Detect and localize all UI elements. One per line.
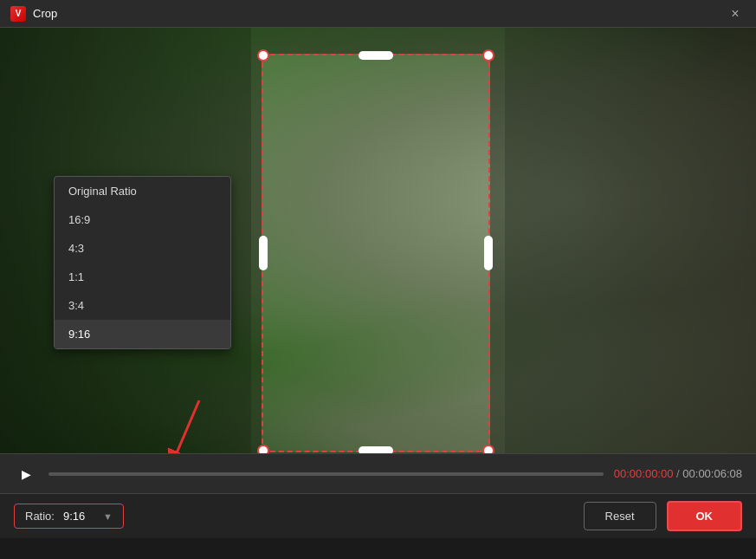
time-display: 00:00:00:00 / 00:00:06:08	[614, 467, 742, 480]
timeline[interactable]	[48, 472, 604, 476]
title-bar-left: V Crop	[10, 6, 57, 22]
action-buttons: Reset OK	[584, 501, 742, 531]
chevron-down-icon: ▼	[103, 511, 113, 522]
video-area: Original Ratio 16:9 4:3 1:1 3:4 9:16	[0, 28, 756, 453]
crop-frame[interactable]	[262, 54, 490, 452]
ratio-section[interactable]: Ratio: 9:16 ▼	[14, 504, 124, 529]
dropdown-item-4-3[interactable]: 4:3	[55, 234, 230, 263]
handle-top-center[interactable]	[359, 51, 393, 60]
ratio-dropdown-menu[interactable]: Original Ratio 16:9 4:3 1:1 3:4 9:16	[54, 176, 231, 349]
handle-middle-left[interactable]	[259, 236, 268, 270]
ratio-value: 9:16	[63, 510, 98, 523]
handle-bottom-right[interactable]	[482, 445, 494, 453]
bottom-bar: Ratio: 9:16 ▼ Reset OK	[0, 493, 756, 538]
close-button[interactable]: ×	[725, 3, 746, 24]
ok-button[interactable]: OK	[667, 501, 743, 531]
handle-top-left[interactable]	[257, 49, 269, 62]
handle-bottom-left[interactable]	[257, 445, 269, 453]
ratio-label: Ratio:	[25, 510, 55, 523]
play-button[interactable]: ▶	[14, 462, 38, 486]
time-current: 00:00:00:00	[614, 467, 674, 480]
reset-button[interactable]: Reset	[584, 502, 656, 530]
title-bar: V Crop ×	[0, 0, 756, 28]
window-title: Crop	[33, 7, 57, 20]
ratio-select[interactable]: 9:16 ▼	[63, 510, 113, 523]
right-dark-overlay	[505, 28, 756, 453]
handle-top-right[interactable]	[482, 49, 494, 62]
dropdown-item-1-1[interactable]: 1:1	[55, 263, 230, 291]
dropdown-item-9-16[interactable]: 9:16	[55, 320, 230, 348]
dropdown-item-original[interactable]: Original Ratio	[55, 177, 230, 205]
time-total: 00:00:06:08	[682, 467, 742, 480]
dropdown-item-3-4[interactable]: 3:4	[55, 291, 230, 320]
app-icon: V	[10, 6, 26, 22]
controls-bar: ▶ 00:00:00:00 / 00:00:06:08	[0, 453, 756, 493]
dropdown-item-16-9[interactable]: 16:9	[55, 205, 230, 234]
handle-bottom-center[interactable]	[359, 446, 393, 453]
handle-middle-right[interactable]	[484, 236, 493, 270]
